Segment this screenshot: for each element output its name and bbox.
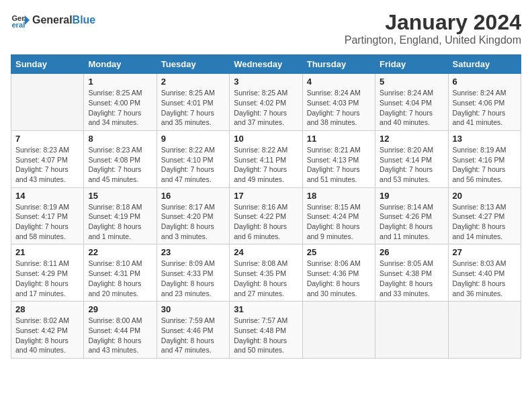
calendar-week-row: 1Sunrise: 8:25 AMSunset: 4:00 PMDaylight… — [11, 74, 521, 131]
svg-text:eral: eral — [11, 21, 25, 29]
calendar-week-row: 21Sunrise: 8:11 AMSunset: 4:29 PMDayligh… — [11, 244, 521, 302]
calendar-cell: 23Sunrise: 8:09 AMSunset: 4:33 PMDayligh… — [157, 244, 229, 302]
logo-text-general: General — [32, 14, 73, 26]
date-number: 24 — [234, 247, 298, 257]
date-number: 22 — [88, 247, 152, 257]
calendar-cell: 8Sunrise: 8:23 AMSunset: 4:08 PMDaylight… — [84, 130, 157, 187]
date-number: 28 — [15, 304, 79, 314]
calendar-cell: 25Sunrise: 8:06 AMSunset: 4:36 PMDayligh… — [302, 244, 375, 302]
logo-icon: Gen eral — [11, 11, 30, 30]
calendar-cell: 16Sunrise: 8:17 AMSunset: 4:20 PMDayligh… — [157, 187, 229, 244]
cell-info: Sunrise: 8:03 AMSunset: 4:40 PMDaylight:… — [453, 259, 517, 298]
date-number: 11 — [307, 134, 371, 144]
calendar-cell: 12Sunrise: 8:20 AMSunset: 4:14 PMDayligh… — [375, 130, 448, 187]
date-number: 13 — [453, 134, 517, 144]
cell-info: Sunrise: 8:22 AMSunset: 4:11 PMDaylight:… — [234, 145, 298, 185]
calendar-cell — [11, 74, 84, 131]
calendar-cell: 13Sunrise: 8:19 AMSunset: 4:16 PMDayligh… — [448, 130, 521, 187]
cell-info: Sunrise: 8:19 AMSunset: 4:16 PMDaylight:… — [453, 145, 517, 185]
cell-info: Sunrise: 8:02 AMSunset: 4:42 PMDaylight:… — [15, 316, 79, 355]
date-number: 25 — [307, 247, 371, 257]
cell-info: Sunrise: 8:21 AMSunset: 4:13 PMDaylight:… — [307, 145, 371, 185]
header-day-monday: Monday — [84, 55, 157, 74]
date-number: 21 — [15, 247, 79, 257]
cell-info: Sunrise: 8:06 AMSunset: 4:36 PMDaylight:… — [307, 259, 371, 298]
cell-info: Sunrise: 8:14 AMSunset: 4:26 PMDaylight:… — [380, 202, 443, 242]
header-day-saturday: Saturday — [448, 55, 521, 74]
cell-info: Sunrise: 8:23 AMSunset: 4:08 PMDaylight:… — [88, 145, 152, 185]
calendar-cell: 31Sunrise: 7:57 AMSunset: 4:48 PMDayligh… — [230, 302, 302, 359]
header-day-friday: Friday — [375, 55, 448, 74]
cell-info: Sunrise: 8:25 AMSunset: 4:01 PMDaylight:… — [161, 88, 225, 128]
cell-info: Sunrise: 8:16 AMSunset: 4:22 PMDaylight:… — [234, 202, 298, 242]
calendar-cell: 30Sunrise: 7:59 AMSunset: 4:46 PMDayligh… — [157, 302, 229, 359]
header-day-wednesday: Wednesday — [230, 55, 302, 74]
cell-info: Sunrise: 8:18 AMSunset: 4:19 PMDaylight:… — [88, 202, 152, 242]
calendar-cell: 29Sunrise: 8:00 AMSunset: 4:44 PMDayligh… — [84, 302, 157, 359]
cell-info: Sunrise: 8:11 AMSunset: 4:29 PMDaylight:… — [15, 259, 79, 298]
calendar-week-row: 7Sunrise: 8:23 AMSunset: 4:07 PMDaylight… — [11, 130, 521, 187]
calendar-cell — [448, 302, 521, 359]
cell-info: Sunrise: 8:19 AMSunset: 4:17 PMDaylight:… — [15, 202, 79, 242]
header-day-thursday: Thursday — [302, 55, 375, 74]
calendar-cell: 17Sunrise: 8:16 AMSunset: 4:22 PMDayligh… — [230, 187, 302, 244]
logo: Gen eral GeneralBlue — [11, 11, 95, 30]
date-number: 4 — [307, 77, 371, 87]
cell-info: Sunrise: 8:05 AMSunset: 4:38 PMDaylight:… — [380, 259, 443, 298]
calendar-cell: 7Sunrise: 8:23 AMSunset: 4:07 PMDaylight… — [11, 130, 84, 187]
calendar-week-row: 14Sunrise: 8:19 AMSunset: 4:17 PMDayligh… — [11, 187, 521, 244]
cell-info: Sunrise: 8:24 AMSunset: 4:03 PMDaylight:… — [307, 88, 371, 128]
calendar-cell: 27Sunrise: 8:03 AMSunset: 4:40 PMDayligh… — [448, 244, 521, 302]
date-number: 2 — [161, 77, 225, 87]
cell-info: Sunrise: 8:15 AMSunset: 4:24 PMDaylight:… — [307, 202, 371, 242]
date-number: 23 — [161, 247, 225, 257]
cell-info: Sunrise: 8:23 AMSunset: 4:07 PMDaylight:… — [15, 145, 79, 185]
cell-info: Sunrise: 8:24 AMSunset: 4:04 PMDaylight:… — [380, 88, 443, 128]
calendar-cell: 19Sunrise: 8:14 AMSunset: 4:26 PMDayligh… — [375, 187, 448, 244]
date-number: 8 — [88, 134, 152, 144]
date-number: 10 — [234, 134, 298, 144]
date-number: 12 — [380, 134, 443, 144]
cell-info: Sunrise: 8:17 AMSunset: 4:20 PMDaylight:… — [161, 202, 225, 242]
date-number: 30 — [161, 304, 225, 314]
date-number: 1 — [88, 77, 152, 87]
date-number: 20 — [453, 191, 517, 201]
cell-info: Sunrise: 8:25 AMSunset: 4:02 PMDaylight:… — [234, 88, 298, 128]
cell-info: Sunrise: 8:25 AMSunset: 4:00 PMDaylight:… — [88, 88, 152, 128]
calendar-cell: 9Sunrise: 8:22 AMSunset: 4:10 PMDaylight… — [157, 130, 229, 187]
cell-info: Sunrise: 8:10 AMSunset: 4:31 PMDaylight:… — [88, 259, 152, 298]
calendar-cell: 10Sunrise: 8:22 AMSunset: 4:11 PMDayligh… — [230, 130, 302, 187]
header-day-tuesday: Tuesday — [157, 55, 229, 74]
calendar-cell: 14Sunrise: 8:19 AMSunset: 4:17 PMDayligh… — [11, 187, 84, 244]
calendar-cell — [302, 302, 375, 359]
cell-info: Sunrise: 7:59 AMSunset: 4:46 PMDaylight:… — [161, 316, 225, 355]
date-number: 6 — [453, 77, 517, 87]
subtitle: Partington, England, United Kingdom — [345, 34, 521, 46]
cell-info: Sunrise: 8:09 AMSunset: 4:33 PMDaylight:… — [161, 259, 225, 298]
calendar-cell: 1Sunrise: 8:25 AMSunset: 4:00 PMDaylight… — [84, 74, 157, 131]
title-area: January 2024 Partington, England, United… — [345, 11, 521, 46]
cell-info: Sunrise: 8:24 AMSunset: 4:06 PMDaylight:… — [453, 88, 517, 128]
date-number: 18 — [307, 191, 371, 201]
calendar-week-row: 28Sunrise: 8:02 AMSunset: 4:42 PMDayligh… — [11, 302, 521, 359]
calendar-cell: 20Sunrise: 8:13 AMSunset: 4:27 PMDayligh… — [448, 187, 521, 244]
date-number: 3 — [234, 77, 298, 87]
calendar-header-row: SundayMondayTuesdayWednesdayThursdayFrid… — [11, 55, 521, 74]
calendar-cell: 26Sunrise: 8:05 AMSunset: 4:38 PMDayligh… — [375, 244, 448, 302]
date-number: 9 — [161, 134, 225, 144]
calendar-cell: 22Sunrise: 8:10 AMSunset: 4:31 PMDayligh… — [84, 244, 157, 302]
calendar-cell: 15Sunrise: 8:18 AMSunset: 4:19 PMDayligh… — [84, 187, 157, 244]
cell-info: Sunrise: 7:57 AMSunset: 4:48 PMDaylight:… — [234, 316, 298, 355]
calendar-cell: 2Sunrise: 8:25 AMSunset: 4:01 PMDaylight… — [157, 74, 229, 131]
date-number: 27 — [453, 247, 517, 257]
calendar-cell: 28Sunrise: 8:02 AMSunset: 4:42 PMDayligh… — [11, 302, 84, 359]
calendar-cell: 24Sunrise: 8:08 AMSunset: 4:35 PMDayligh… — [230, 244, 302, 302]
date-number: 14 — [15, 191, 79, 201]
date-number: 15 — [88, 191, 152, 201]
calendar-cell: 3Sunrise: 8:25 AMSunset: 4:02 PMDaylight… — [230, 74, 302, 131]
calendar-cell: 11Sunrise: 8:21 AMSunset: 4:13 PMDayligh… — [302, 130, 375, 187]
calendar-cell: 6Sunrise: 8:24 AMSunset: 4:06 PMDaylight… — [448, 74, 521, 131]
calendar-cell: 21Sunrise: 8:11 AMSunset: 4:29 PMDayligh… — [11, 244, 84, 302]
calendar-cell: 5Sunrise: 8:24 AMSunset: 4:04 PMDaylight… — [375, 74, 448, 131]
calendar-cell: 4Sunrise: 8:24 AMSunset: 4:03 PMDaylight… — [302, 74, 375, 131]
